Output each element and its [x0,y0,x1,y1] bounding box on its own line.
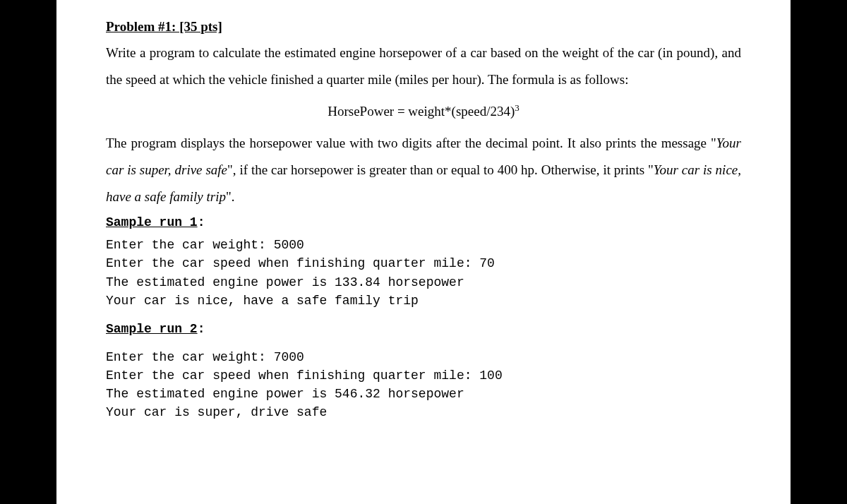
formula: HorsePower = weight*(speed/234)3 [106,99,741,124]
document-page: Problem #1: [35 pts] Write a program to … [56,0,791,504]
formula-exponent: 3 [515,102,519,113]
desc-2a: The program displays the horsepower valu… [106,136,716,150]
problem-title: Problem #1: [35 pts] [106,19,222,34]
desc-2b: ", if the car horsepower is greater than… [227,162,654,177]
sample-1-output: Enter the car weight: 5000 Enter the car… [106,236,741,309]
problem-description-2: The program displays the horsepower valu… [106,130,741,210]
sample-1-label: Sample run 1 [106,215,198,229]
sample-2-output: Enter the car weight: 7000 Enter the car… [106,348,741,421]
sample-2-label: Sample run 2 [106,322,198,336]
sample-run-2-header: Sample run 2: [106,317,741,341]
formula-text: HorsePower = weight*(speed/234) [328,104,515,119]
problem-title-line: Problem #1: [35 pts] [106,14,741,40]
sample-2-colon: : [198,322,205,336]
spacer [106,341,741,347]
desc-2c: ". [226,189,235,204]
sample-1-colon: : [198,215,205,229]
problem-description-1: Write a program to calculate the estimat… [106,40,741,93]
sample-run-1-header: Sample run 1: [106,210,741,234]
